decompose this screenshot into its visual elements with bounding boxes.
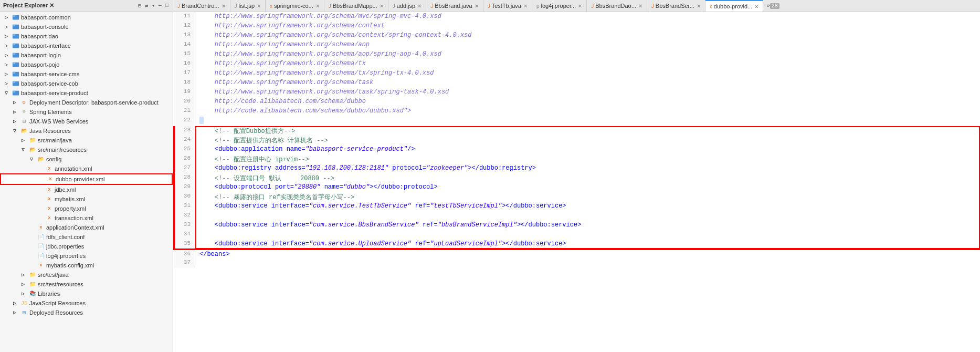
tab-close-icon[interactable]: ✕ [638, 3, 642, 9]
line-content: http://www.springframework.org/schema/ta… [195, 88, 981, 97]
line-number: 32 [174, 211, 195, 221]
minimize-icon[interactable]: — [157, 2, 163, 9]
tree-item-annotation-xml[interactable]: x annotation.xml [0, 164, 173, 173]
tree-item-property-xml[interactable]: x property.xml [0, 204, 173, 213]
tab-close-icon[interactable]: ✕ [475, 3, 479, 9]
tree-item-jdbc-xml[interactable]: x jdbc.xml [0, 185, 173, 194]
tree-item-jdbc-properties[interactable]: 📄 jdbc.properties [0, 242, 173, 251]
svg-rect-11 [13, 63, 15, 65]
tab-overflow[interactable]: » 28 [763, 0, 783, 12]
tab-close-icon[interactable]: ✕ [523, 3, 528, 9]
tree-item-deployment-descriptor[interactable]: ▷ ⚙ Deployment Descriptor: babasport-ser… [0, 98, 173, 107]
spacer [27, 252, 36, 260]
tab-close-icon[interactable]: ✕ [257, 3, 261, 9]
tab-bbsbrand-java[interactable]: J BbsBrand.java ✕ [426, 0, 483, 12]
jaxws-icon: ⊞ [20, 117, 28, 126]
tab-close-icon[interactable]: ✕ [222, 3, 226, 9]
code-editor-panel: J BrandContro... ✕ J list.jsp ✕ x spring… [173, 0, 980, 352]
tree-item-babasport-login[interactable]: ▷ babasport-login [0, 50, 173, 60]
tree-item-config[interactable]: ▽ 📂 config [0, 154, 173, 164]
tree-item-mybatis-xml[interactable]: x mybatis.xml [0, 194, 173, 204]
view-menu-icon[interactable]: ▾ [151, 2, 156, 9]
tree-item-mybatis-config-xml[interactable]: x mybatis-config.xml [0, 261, 173, 270]
code-line-30: 30 <!-- 暴露的接口 ref实现类类名首字母小写--> [174, 192, 981, 202]
deployment-icon: ⚙ [20, 98, 28, 107]
tree-item-babasport-common[interactable]: ▷ babasport-common [0, 13, 173, 22]
expand-icon: ▷ [10, 98, 19, 107]
tree-item-babasport-service-product[interactable]: ▽ babasport-service-product [0, 88, 173, 98]
tree-item-applicationcontext-xml[interactable]: x applicationContext.xml [0, 223, 173, 232]
tree-item-src-main-java[interactable]: ▷ 📁 src/main/java [0, 136, 173, 145]
tree-item-transaction-xml[interactable]: x transaction.xml [0, 213, 173, 223]
tree-item-libraries[interactable]: ▷ 📚 Libraries [0, 289, 173, 298]
line-number: 15 [174, 50, 195, 59]
tab-close-icon[interactable]: ✕ [380, 3, 384, 9]
tab-close-icon[interactable]: ✕ [417, 3, 421, 9]
tree-item-deployed-resources[interactable]: ▷ ⊞ Deployed Resources [0, 308, 173, 317]
tab-testtb-java[interactable]: J TestTb.java ✕ [483, 0, 532, 12]
tab-label: log4j.proper... [541, 3, 576, 9]
tree-item-spring-elements[interactable]: ▷ ⚘ Spring Elements [0, 107, 173, 117]
tab-close-icon[interactable]: ✕ [697, 3, 701, 9]
tree-item-jax-ws[interactable]: ▷ ⊞ JAX-WS Web Services [0, 117, 173, 126]
line-content: <dubbo:service interface="com.service.Bb… [195, 221, 981, 230]
spacer [37, 175, 45, 183]
java-icon: J [430, 3, 433, 9]
tree-item-src-test-resources[interactable]: ▷ 📁 src/test/resources [0, 279, 173, 289]
tree-item-babasport-interface[interactable]: ▷ babasport-interface [0, 41, 173, 50]
tab-bbsbrandmapp[interactable]: J BbsBrandMapp... ✕ [324, 0, 388, 12]
tree-item-babasport-service-cms[interactable]: ▷ babasport-service-cms [0, 69, 173, 79]
line-number: 21 [174, 107, 195, 116]
tree-item-src-test-java[interactable]: ▷ 📁 src/test/java [0, 270, 173, 279]
tree-item-java-resources[interactable]: ▽ 📂 Java Resources [0, 126, 173, 136]
project-icon [12, 79, 20, 88]
maximize-icon[interactable]: □ [164, 2, 170, 9]
tab-bbsbranddao[interactable]: J BbsBrandDao... ✕ [587, 0, 647, 12]
code-line-22: 22 [174, 116, 981, 126]
line-content: http://www.springframework.org/schema/tx [195, 59, 981, 69]
collapse-all-icon[interactable]: ⊟ [137, 2, 142, 9]
project-icon [12, 32, 20, 40]
line-content [195, 211, 981, 221]
code-line-16: 16 http://www.springframework.org/schema… [174, 59, 981, 69]
line-content: http://code.alibabatech.com/schema/dubbo… [195, 107, 981, 116]
tree-label: Deployment Descriptor: babasport-service… [29, 99, 159, 106]
line-number: 19 [174, 88, 195, 97]
tab-close-icon[interactable]: ✕ [315, 3, 320, 9]
tab-log4j-prop[interactable]: p log4j.proper... ✕ [532, 0, 587, 12]
tree-item-log4j-properties[interactable]: 📄 log4j.properties [0, 251, 173, 261]
tree-item-src-main-resources[interactable]: ▽ 📂 src/main/resources [0, 145, 173, 154]
tree-item-babasport-console[interactable]: ▷ babasport-console [0, 22, 173, 32]
tree-item-fdfs-client-conf[interactable]: 📄 fdfs_client.conf [0, 232, 173, 242]
tab-brand-controller[interactable]: J BrandContro... ✕ [173, 0, 230, 12]
spacer [27, 233, 36, 241]
tab-add-jsp[interactable]: J add.jsp ✕ [388, 0, 426, 12]
tab-label: list.jsp [239, 3, 255, 9]
js-icon: JS [20, 299, 28, 307]
tab-close-icon[interactable]: ✕ [754, 4, 758, 9]
tab-close-icon[interactable]: ✕ [578, 3, 582, 9]
line-number: 14 [174, 40, 195, 50]
tree-item-dubbo-provider-xml[interactable]: x dubbo-provider.xml [0, 173, 173, 185]
line-content: http://code.alibabatech.com/schema/dubbo [195, 97, 981, 107]
code-editor[interactable]: 11 http://www.springframework.org/schema… [173, 12, 980, 352]
project-icon [12, 89, 20, 97]
spacer [36, 214, 44, 222]
tree-item-babasport-service-cob[interactable]: ▷ babasport-service-cob [0, 79, 173, 88]
folder-icon: 📂 [28, 146, 37, 154]
svg-rect-13 [13, 72, 15, 74]
panel-header-icons[interactable]: ⊟ ⇄ ▾ — □ [137, 2, 170, 9]
line-number: 30 [174, 192, 195, 202]
tree-item-javascript-resources[interactable]: ▷ JS JavaScript Resources [0, 298, 173, 308]
tab-label: springmvc-co... [274, 3, 313, 9]
tree-item-babasport-dao[interactable]: ▷ babasport-dao [0, 32, 173, 41]
link-with-editor-icon[interactable]: ⇄ [144, 2, 149, 9]
code-line-21: 21 http://code.alibabatech.com/schema/du… [174, 107, 981, 116]
code-line-11: 11 http://www.springframework.org/schema… [174, 12, 981, 22]
tab-dubbo-provid[interactable]: x dubbo-provid... ✕ [705, 0, 763, 12]
tab-list-jsp[interactable]: J list.jsp ✕ [230, 0, 266, 12]
tab-springmvc-co[interactable]: x springmvc-co... ✕ [266, 0, 324, 12]
tab-bbsbrandser[interactable]: J BbsBrandSer... ✕ [647, 0, 705, 12]
tree-label: mybatis.xml [55, 196, 85, 202]
tree-item-babasport-pojo[interactable]: ▷ babasport-pojo [0, 60, 173, 69]
